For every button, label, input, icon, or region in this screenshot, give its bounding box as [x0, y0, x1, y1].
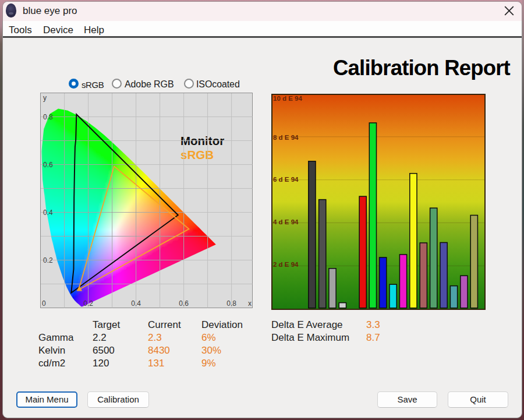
svg-text:x: x [248, 299, 252, 308]
svg-text:0.4: 0.4 [131, 299, 141, 308]
svg-text:8 d E 94: 8 d E 94 [273, 134, 299, 141]
svg-text:4 d E 94: 4 d E 94 [273, 218, 299, 225]
svg-text:0: 0 [42, 299, 46, 308]
svg-text:y: y [43, 94, 47, 102]
svg-text:0.8: 0.8 [226, 299, 236, 308]
svg-text:0.2: 0.2 [43, 256, 53, 264]
svg-text:2 d E 94: 2 d E 94 [273, 261, 299, 268]
svg-text:10 d E 94: 10 d E 94 [273, 95, 302, 102]
svg-text:6 d E 94: 6 d E 94 [273, 176, 299, 183]
svg-text:0.6: 0.6 [179, 299, 189, 308]
